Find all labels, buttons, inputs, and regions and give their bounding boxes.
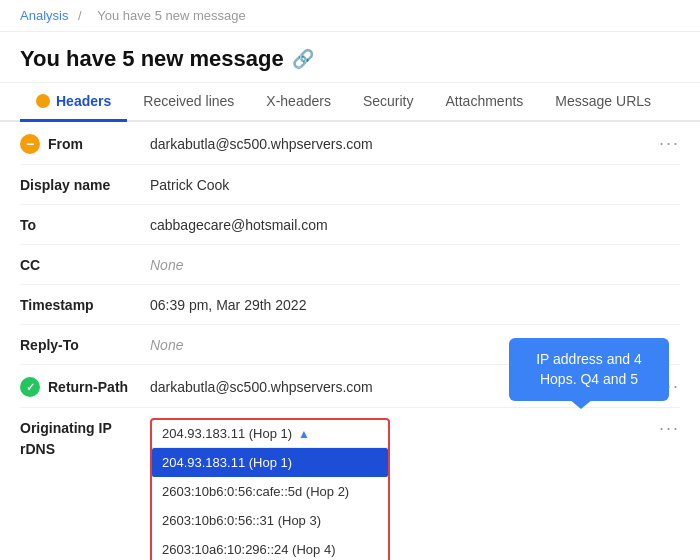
tooltip-box: IP address and 4 Hops. Q4 and 5 [509, 338, 669, 401]
page-title-container: You have 5 new message 🔗 [0, 32, 700, 83]
tab-message-urls-label: Message URLs [555, 93, 651, 109]
originating-ip-label: Originating IP rDNS [20, 418, 150, 460]
cc-value: None [150, 255, 680, 273]
tooltip-text: IP address and 4 Hops. Q4 and 5 [536, 351, 642, 387]
page-title: You have 5 new message [20, 46, 284, 72]
return-path-label: Return-Path [48, 379, 128, 395]
return-path-check-icon [20, 377, 40, 397]
tab-message-urls[interactable]: Message URLs [539, 83, 667, 122]
timestamp-value: 06:39 pm, Mar 29th 2022 [150, 295, 680, 313]
originating-ip-row: Originating IP rDNS IP address and 4 Hop… [20, 408, 680, 560]
dropdown-item-2[interactable]: 2603:10b6:0:56::31 (Hop 3) [152, 506, 388, 535]
originating-actions-menu[interactable]: ··· [659, 418, 680, 439]
breadcrumb-current: You have 5 new message [97, 8, 245, 23]
cc-label: CC [20, 255, 150, 273]
dropdown-up-arrow-icon: ▲ [298, 427, 310, 441]
tab-security-label: Security [363, 93, 414, 109]
hop-dropdown[interactable]: 204.93.183.11 (Hop 1) ▲ 204.93.183.11 (H… [150, 418, 390, 560]
tab-attachments[interactable]: Attachments [430, 83, 540, 122]
tab-attachments-label: Attachments [446, 93, 524, 109]
tab-x-headers[interactable]: X-headers [250, 83, 347, 122]
from-label: From [48, 136, 83, 152]
tab-x-headers-label: X-headers [266, 93, 331, 109]
tab-headers[interactable]: Headers [20, 83, 127, 122]
reply-to-label: Reply-To [20, 335, 150, 353]
from-actions-menu[interactable]: ··· [659, 133, 680, 154]
from-row: From darkabutla@sc500.whpservers.com ··· [20, 122, 680, 165]
to-value: cabbagecare@hotsmail.com [150, 215, 680, 233]
dropdown-item-1[interactable]: 2603:10b6:0:56:cafe::5d (Hop 2) [152, 477, 388, 506]
content-area: From darkabutla@sc500.whpservers.com ···… [0, 122, 700, 560]
from-status-icon [20, 134, 40, 154]
headers-icon [36, 94, 50, 108]
originating-content: IP address and 4 Hops. Q4 and 5 204.93.1… [150, 418, 659, 560]
to-label: To [20, 215, 150, 233]
from-value: darkabutla@sc500.whpservers.com [150, 134, 659, 152]
tabs-bar: Headers Received lines X-headers Securit… [0, 83, 700, 122]
breadcrumb-separator: / [78, 8, 82, 23]
to-row: To cabbagecare@hotsmail.com [20, 205, 680, 245]
breadcrumb: Analysis / You have 5 new message [0, 0, 700, 32]
display-name-label: Display name [20, 175, 150, 193]
tab-headers-label: Headers [56, 93, 111, 109]
display-name-row: Display name Patrick Cook [20, 165, 680, 205]
tab-security[interactable]: Security [347, 83, 430, 122]
dropdown-header-label: 204.93.183.11 (Hop 1) [162, 426, 292, 441]
display-name-value: Patrick Cook [150, 175, 680, 193]
dropdown-header: 204.93.183.11 (Hop 1) ▲ [152, 420, 388, 448]
timestamp-label: Timestamp [20, 295, 150, 313]
dropdown-item-0[interactable]: 204.93.183.11 (Hop 1) [152, 448, 388, 477]
cc-row: CC None [20, 245, 680, 285]
dropdown-item-3[interactable]: 2603:10a6:10:296::24 (Hop 4) [152, 535, 388, 560]
timestamp-row: Timestamp 06:39 pm, Mar 29th 2022 [20, 285, 680, 325]
breadcrumb-root[interactable]: Analysis [20, 8, 68, 23]
link-icon[interactable]: 🔗 [292, 48, 314, 70]
tab-received-lines[interactable]: Received lines [127, 83, 250, 122]
tab-received-lines-label: Received lines [143, 93, 234, 109]
